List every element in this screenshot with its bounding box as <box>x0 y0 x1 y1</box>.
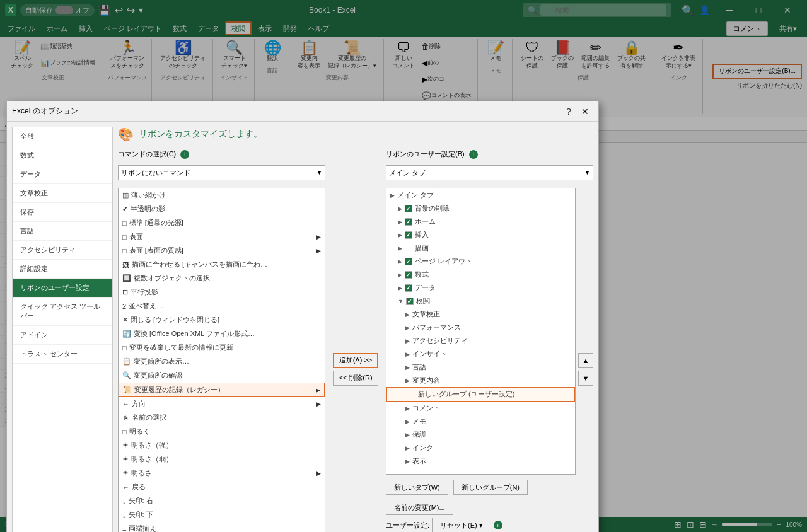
checkbox[interactable] <box>405 245 412 252</box>
tree-item[interactable]: ▶コメント <box>386 402 575 415</box>
command-dropdown[interactable]: リボンにないコマンド ▼ <box>118 165 325 180</box>
command-label: コマンドの選択(C): i <box>118 149 325 159</box>
list-item[interactable]: ☀明るさ（弱） <box>119 453 325 466</box>
nav-general[interactable]: 全般 <box>13 131 112 146</box>
list-item[interactable]: 2並べ替え… <box>119 299 325 313</box>
list-item[interactable]: ↓矢印: 右 <box>119 494 325 508</box>
command-dropdown-arrow: ▼ <box>316 170 322 176</box>
list-item[interactable]: ▥薄い網かけ <box>119 188 325 202</box>
nav-data[interactable]: データ <box>13 165 112 184</box>
list-item[interactable]: 📋変更箇所の表示… <box>119 355 325 369</box>
list-item-track-changes[interactable]: 📜変更履歴の記録（レガシー）▶ <box>119 383 325 397</box>
nav-save[interactable]: 保存 <box>13 203 112 222</box>
list-item[interactable]: 🖼描画に合わせる [キャンバスを描画に合わ… <box>119 258 325 272</box>
tree-item[interactable]: ▶✔背景の削除 <box>386 202 575 215</box>
tree-item[interactable]: ▶文章校正 <box>386 308 575 321</box>
middle-buttons: 追加(A) >> << 削除(R) <box>330 188 381 517</box>
ribbon-dropdown-arrow: ▼ <box>584 170 590 176</box>
list-item[interactable]: ✕閉じる [ウィンドウを閉じる] <box>119 313 325 327</box>
list-item[interactable]: ☀明るさ▶ <box>119 466 325 480</box>
nav-trustcenter[interactable]: トラスト センター <box>13 345 112 364</box>
list-item[interactable]: □表面 [表面の質感]▶ <box>119 244 325 258</box>
nav-language[interactable]: 言語 <box>13 222 112 241</box>
tree-item-review[interactable]: ▼✔校閲 <box>386 294 575 308</box>
dialog-nav: 全般 数式 データ 文章校正 保存 言語 アクセシビリティ 詳細設定 リボンのユ… <box>12 131 113 517</box>
checkbox[interactable]: ✔ <box>405 231 412 239</box>
list-item[interactable]: ☀明るさ（強） <box>119 439 325 453</box>
checkbox[interactable]: ✔ <box>405 258 412 265</box>
add-button[interactable]: 追加(A) >> <box>333 353 378 368</box>
tree-item[interactable]: ▶インサイト <box>386 347 575 361</box>
tree-item[interactable]: ▶アクセシビリティ <box>386 334 575 347</box>
nav-advanced[interactable]: 詳細設定 <box>13 260 112 279</box>
ribbon-tree-section: ▶メイン タブ ▶✔背景の削除 ▶✔ホーム ▶✔挿入 ▶描画 ▶✔ページ レイア… <box>386 188 593 517</box>
ribbon-dropdown[interactable]: メイン タブ ▼ <box>386 165 593 180</box>
list-item[interactable]: ↔方向▶ <box>119 397 325 411</box>
nav-proofing[interactable]: 文章校正 <box>13 184 112 203</box>
list-item[interactable]: 🔍変更箇所の確認 <box>119 369 325 383</box>
nav-ribbon[interactable]: リボンのユーザー設定 <box>13 279 112 298</box>
list-item[interactable]: ⊟平行投影 <box>119 286 325 299</box>
nav-qat[interactable]: クイック アクセス ツール バー <box>13 298 112 326</box>
excel-options-dialog: Excel のオプション ? ✕ 全般 数式 データ 文章校正 保存 言語 アク… <box>6 131 599 517</box>
ribbon-tree[interactable]: ▶メイン タブ ▶✔背景の削除 ▶✔ホーム ▶✔挿入 ▶描画 ▶✔ページ レイア… <box>386 188 576 475</box>
dialog-content: 全般 数式 データ 文章校正 保存 言語 アクセシビリティ 詳細設定 リボンのユ… <box>7 131 598 517</box>
command-list-section: ▥薄い網かけ ✔半透明の影 □標準 [通常の光源] □表面▶ □表面 [表面の質… <box>118 188 325 517</box>
tree-item[interactable]: ▶✔ページ レイアウト <box>386 255 575 268</box>
list-item[interactable]: □明るく <box>119 425 325 439</box>
tree-item[interactable]: ▶言語 <box>386 361 575 374</box>
list-item[interactable]: □変更を破棄して最新の情報に更新 <box>119 341 325 355</box>
command-info-icon: i <box>180 150 189 159</box>
nav-addins[interactable]: アドイン <box>13 326 112 345</box>
nav-accessibility[interactable]: アクセシビリティ <box>13 241 112 260</box>
list-item[interactable]: 🖱名前の選択 <box>119 411 325 425</box>
tree-item[interactable]: ▶✔挿入 <box>386 228 575 241</box>
tree-item[interactable]: ▶変更内容 <box>386 374 575 387</box>
tree-item[interactable]: ▶表示 <box>386 454 575 468</box>
list-item[interactable]: □標準 [通常の光源] <box>119 216 325 230</box>
checkbox[interactable]: ✔ <box>406 298 414 305</box>
tree-item[interactable]: ▶メモ <box>386 415 575 428</box>
checkbox[interactable]: ✔ <box>405 205 412 212</box>
new-tab-button[interactable]: 新しいタブ(W) <box>386 480 448 495</box>
tree-item[interactable]: ▶✔データ <box>386 281 575 294</box>
tree-item[interactable]: ▶✔ホーム <box>386 215 575 228</box>
new-group-button[interactable]: 新しいグループ(N) <box>453 480 528 495</box>
tree-item[interactable]: ▶パフォーマンス <box>386 321 575 334</box>
tree-item[interactable]: ▶保護 <box>386 428 575 441</box>
ribbon-info-icon: i <box>469 150 478 159</box>
remove-button[interactable]: << 削除(R) <box>333 371 378 386</box>
nav-formula[interactable]: 数式 <box>13 146 112 165</box>
tree-item[interactable]: ▶描画 <box>386 241 575 255</box>
list-item[interactable]: □表面▶ <box>119 230 325 244</box>
tree-item[interactable]: ▶✔数式 <box>386 268 575 281</box>
list-item[interactable]: 🔲複数オブジェクトの選択 <box>119 272 325 286</box>
checkbox[interactable]: ✔ <box>405 271 412 279</box>
up-down-buttons: ▲ ▼ <box>578 188 593 517</box>
up-button[interactable]: ▲ <box>578 353 593 368</box>
dialog-heading: リボンをカスタマイズします。 <box>139 131 262 140</box>
dialog-main: 🎨 リボンをカスタマイズします。 コマンドの選択(C): i <box>118 131 593 517</box>
tree-item-new-group[interactable]: 新しいグループ (ユーザー設定) <box>386 387 575 402</box>
dialog-overlay: Excel のオプション ? ✕ 全般 数式 データ 文章校正 保存 言語 アク… <box>0 131 807 517</box>
customize-ribbon-icon: 🎨 <box>118 131 134 142</box>
checkbox[interactable]: ✔ <box>405 284 412 292</box>
command-list[interactable]: ▥薄い網かけ ✔半透明の影 □標準 [通常の光源] □表面▶ □表面 [表面の質… <box>118 188 325 517</box>
tree-bottom-buttons: 新しいタブ(W) 新しいグループ(N) 名前の変更(M)... <box>386 475 576 515</box>
tree-item[interactable]: ▶インク <box>386 441 575 454</box>
checkbox[interactable]: ✔ <box>405 218 412 226</box>
ribbon-label: リボンのユーザー設定(B): i <box>386 149 593 159</box>
tree-main-tab[interactable]: ▶メイン タブ <box>386 188 575 202</box>
list-item[interactable]: 🔄変換 [Office Open XML ファイル形式… <box>119 327 325 341</box>
rename-button[interactable]: 名前の変更(M)... <box>386 500 453 515</box>
list-item[interactable]: ↓矢印: 下 <box>119 508 325 517</box>
list-item[interactable]: ✔半透明の影 <box>119 202 325 216</box>
down-button[interactable]: ▼ <box>578 371 593 386</box>
list-item[interactable]: ←戻る <box>119 480 325 494</box>
